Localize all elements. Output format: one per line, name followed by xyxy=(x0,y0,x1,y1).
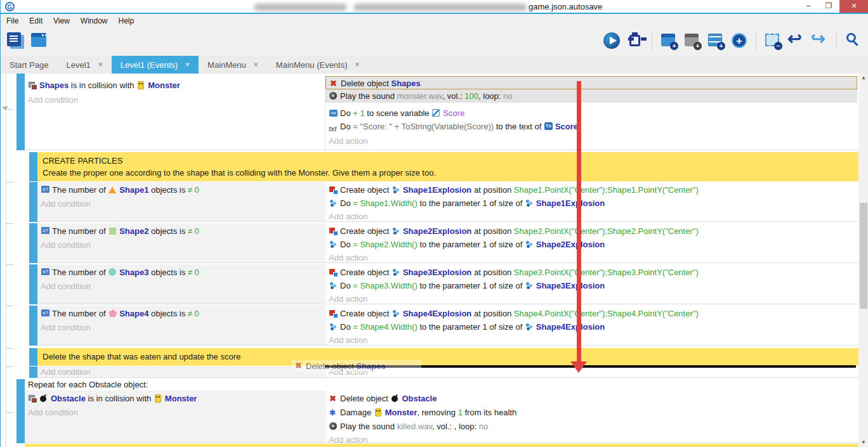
event-bar[interactable] xyxy=(29,264,37,304)
menu-file[interactable]: File xyxy=(6,16,18,25)
add-action[interactable]: Add action xyxy=(326,251,857,264)
menu-edit[interactable]: Edit xyxy=(29,16,43,25)
tab-close-icon[interactable]: × xyxy=(98,60,103,69)
add-condition[interactable]: Add condition xyxy=(37,365,323,379)
text-segment: Shape1Explosion xyxy=(403,185,471,195)
scroll-down-arrow[interactable]: ▼ xyxy=(858,438,868,447)
add-event-icon[interactable] xyxy=(660,31,678,50)
action-row[interactable]: Create object Shape3Explosion at positio… xyxy=(326,266,857,279)
event-bar[interactable] xyxy=(29,306,37,346)
scrollbar-thumb[interactable] xyxy=(860,203,867,309)
event-bar[interactable] xyxy=(16,74,25,150)
event-bar[interactable] xyxy=(29,223,37,263)
tab-close-icon[interactable]: × xyxy=(355,60,360,69)
condition-row[interactable]: The number of Shape1 objects is ≠ 0 xyxy=(37,183,323,197)
obstacle-event-header[interactable]: Repeat for each Obstacle object: xyxy=(25,379,858,391)
drag-ghost: Delete object Shapes xyxy=(292,360,421,372)
event-bar[interactable] xyxy=(29,348,37,366)
undo-icon[interactable] xyxy=(787,31,805,50)
tree-connector xyxy=(6,223,13,224)
close-button[interactable]: ✕ xyxy=(839,0,868,13)
condition-row[interactable]: The number of Shape2 objects is ≠ 0 xyxy=(37,224,323,238)
tab-close-icon[interactable]: × xyxy=(185,60,190,69)
shape3-icon xyxy=(109,268,117,276)
condition-row[interactable]: The number of Shape4 objects is ≠ 0 xyxy=(37,307,323,320)
text-segment: + 1 xyxy=(353,108,364,118)
text-segment: ≠ 0 xyxy=(188,309,199,318)
action-row[interactable]: Do = Shape4.Width() to the parameter 1 o… xyxy=(326,320,857,334)
project-manager-icon[interactable] xyxy=(6,31,23,50)
tab-close-icon[interactable]: × xyxy=(254,60,258,69)
add-condition[interactable]: Add condition xyxy=(25,93,323,107)
add-action[interactable]: Add action xyxy=(326,334,857,347)
drag-arrow-annotation xyxy=(577,81,581,361)
event-bar[interactable] xyxy=(29,366,37,378)
menu-help[interactable]: Help xyxy=(119,16,135,25)
play-icon[interactable] xyxy=(603,31,621,50)
condition-row[interactable]: Shapes is in collision with Monster xyxy=(25,79,323,92)
clipped-comment-block[interactable] xyxy=(25,444,858,447)
add-condition[interactable]: Add condition xyxy=(37,280,323,293)
event-bar[interactable] xyxy=(29,152,37,181)
search-icon[interactable] xyxy=(845,31,862,50)
action-row[interactable]: Play the sound monster.wav, vol.: 100, l… xyxy=(326,89,857,103)
add-action[interactable]: Add action xyxy=(326,134,857,148)
action-row[interactable]: Do = "Score: " + ToString(Variable(Score… xyxy=(326,120,857,133)
add-condition[interactable]: Add condition xyxy=(25,406,323,419)
add-condition[interactable]: Add condition xyxy=(37,321,323,334)
condition-row[interactable]: Obstacle is in collision with Monster xyxy=(25,392,323,405)
txt-icon xyxy=(329,122,338,131)
add-subevent-icon[interactable] xyxy=(683,31,701,50)
add-comment-icon[interactable] xyxy=(707,31,725,50)
redo-icon[interactable] xyxy=(811,31,829,50)
text-segment: The number of xyxy=(52,226,108,236)
vertical-scrollbar[interactable]: ▲ ▼ xyxy=(858,74,868,447)
text-segment: to the parameter 1 of size of xyxy=(418,240,525,249)
action-row[interactable]: Do = Shape1.Width() to the parameter 1 o… xyxy=(326,197,857,210)
tab-level1[interactable]: Level1× xyxy=(57,56,111,74)
tab-level1-events-[interactable]: Level1 (Events)× xyxy=(112,56,199,74)
tab-start-page[interactable]: Start Page xyxy=(1,56,57,74)
tree-connector xyxy=(6,182,13,183)
tab-mainmenu-events-[interactable]: MainMenu (Events)× xyxy=(267,56,369,74)
collapse-arrow-icon[interactable] xyxy=(2,107,8,110)
action-row[interactable]: Damage Monster, removing 1 from its heal… xyxy=(326,406,857,419)
minimize-button[interactable]: – xyxy=(799,0,818,13)
objcount-icon xyxy=(41,186,49,194)
restore-button[interactable]: ❐ xyxy=(819,0,838,13)
action-row[interactable]: Create object Shape1Explosion at positio… xyxy=(326,183,857,197)
add-circle-icon[interactable] xyxy=(730,31,748,50)
comment-block[interactable]: CREATE PARTICLES Create the proper one a… xyxy=(37,152,858,181)
action-row[interactable]: Delete object Obstacle xyxy=(326,392,857,405)
condition-row[interactable]: The number of Shape3 objects is ≠ 0 xyxy=(37,266,323,279)
add-condition[interactable]: Add condition xyxy=(37,238,323,252)
particle-icon xyxy=(329,282,338,290)
text-segment: = Shape3.Width() xyxy=(353,281,418,290)
text-segment: Do xyxy=(340,108,353,118)
tree-connector xyxy=(6,348,13,349)
add-action[interactable]: Add action xyxy=(326,292,857,306)
comment-block[interactable]: Delete the shape that was eaten and upda… xyxy=(37,348,858,366)
remove-event-icon[interactable] xyxy=(764,31,782,50)
event-bar[interactable] xyxy=(16,379,25,443)
event-bar[interactable] xyxy=(29,182,37,222)
tab-mainmenu[interactable]: MainMenu× xyxy=(199,56,267,74)
action-row[interactable]: Play the sound killed.wav, vol.: , loop:… xyxy=(326,420,857,433)
action-row[interactable]: Do = Shape3.Width() to the parameter 1 o… xyxy=(326,279,857,292)
action-row[interactable]: Create object Shape4Explosion at positio… xyxy=(326,307,857,320)
particle-icon xyxy=(525,282,534,290)
add-action[interactable]: Add action xyxy=(326,210,857,223)
debug-icon[interactable] xyxy=(626,31,644,50)
action-row[interactable]: Create object Shape2Explosion at positio… xyxy=(326,224,857,238)
menu-window[interactable]: Window xyxy=(81,16,108,25)
scroll-up-arrow[interactable]: ▲ xyxy=(858,74,868,82)
text-segment: objects is xyxy=(148,309,187,318)
action-row[interactable]: Do + 1 to scene variable Score xyxy=(326,107,857,120)
add-condition[interactable]: Add condition xyxy=(37,197,323,211)
action-row[interactable]: Do = Shape2.Width() to the parameter 1 o… xyxy=(326,238,857,251)
app-logo-icon: G xyxy=(5,2,15,11)
menu-view[interactable]: View xyxy=(53,16,70,25)
action-row[interactable]: Delete object Shapes xyxy=(326,76,857,89)
scene-editor-icon[interactable] xyxy=(30,31,48,50)
objcount-icon xyxy=(41,227,49,235)
